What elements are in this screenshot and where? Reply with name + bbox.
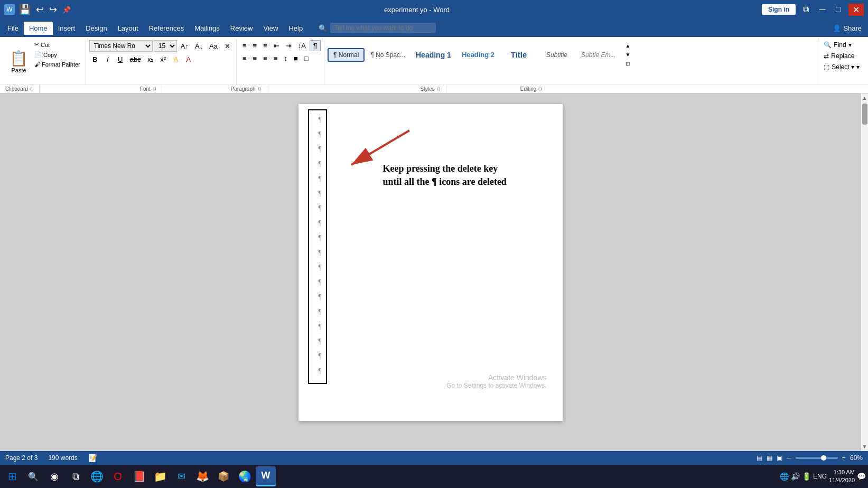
menu-mailings[interactable]: Mailings [189,22,225,35]
bold-button[interactable]: B [89,54,101,64]
font-label[interactable]: Font ⊡ [135,85,162,93]
styles-scroll-down[interactable]: ▼ [622,50,633,59]
font-color-button[interactable]: A [183,54,194,64]
right-scrollbar[interactable]: ▲ ▼ [861,93,868,451]
ribbon-content: 📋 Paste ✂ Cut 📄 Copy 🖌 Format Painter [0,37,868,85]
italic-button[interactable]: I [102,54,114,64]
undo-button[interactable]: ↩ [36,4,44,15]
zoom-slider[interactable] [796,457,838,459]
style-subtle-em[interactable]: Subtle Em... [576,49,620,61]
share-button[interactable]: 👤Share [828,22,866,34]
cut-button[interactable]: ✂ Cut [32,40,82,49]
bullets-button[interactable]: ≡ [240,40,249,51]
font-size-select[interactable]: 15 [154,40,177,52]
style-title[interactable]: Title [500,48,537,62]
cortana-button[interactable]: ◉ [44,466,64,486]
menu-review[interactable]: Review [225,22,258,35]
clear-format-button[interactable]: ✕ [221,41,233,51]
firefox-button[interactable]: 🦊 [192,466,212,486]
format-painter-button[interactable]: 🖌 Format Painter [32,60,82,69]
superscript-button[interactable]: x² [157,54,169,64]
menu-view[interactable]: View [258,22,283,35]
paragraph-label[interactable]: Paragraph ⊡ [226,85,267,93]
explorer-button[interactable]: 📁 [150,466,170,486]
pin-button[interactable]: 📌 [62,6,71,14]
redo-button[interactable]: ↪ [49,4,57,15]
word-taskbar-button[interactable]: W [256,466,276,486]
paste-button[interactable]: 📋 Paste [5,40,32,82]
style-subtitle[interactable]: Subtitle [538,49,575,61]
scroll-thumb[interactable] [862,104,867,125]
clipboard-label[interactable]: Clipboard ⊡ [0,85,40,93]
search-button[interactable]: 🔍 [23,466,43,486]
grow-font-button[interactable]: A↑ [178,41,191,51]
menu-insert[interactable]: Insert [53,22,81,35]
close-button[interactable]: ✕ [848,4,864,16]
sort-button[interactable]: ↕A [295,40,309,51]
minimize-button[interactable]: ─ [816,4,828,15]
para-mark-8: ¶ [319,216,322,231]
font-name-select[interactable]: Times New Ro [89,40,153,52]
zoom-minus-button[interactable]: ─ [787,454,791,462]
borders-button[interactable]: □ [302,53,311,64]
change-case-button[interactable]: Aa [207,41,220,51]
search-input[interactable] [330,23,436,33]
style-normal[interactable]: ¶ Normal [328,48,365,62]
multilevel-button[interactable]: ≡ [260,40,270,51]
opera-button[interactable]: O [108,466,128,486]
box-button[interactable]: 📦 [213,466,234,486]
select-button[interactable]: ⬚ Select ▾ ▾ [820,62,863,72]
justify-button[interactable]: ≡ [271,53,281,64]
style-heading2[interactable]: Heading 2 [457,48,499,61]
zoom-plus-button[interactable]: + [842,454,846,462]
sign-in-button[interactable]: Sign in [762,4,796,15]
proofing-icon[interactable]: 📝 [88,454,97,462]
subscript-button[interactable]: x₂ [145,54,156,64]
mail-button[interactable]: ✉ [171,466,191,486]
line-spacing-button[interactable]: ↕ [281,53,290,64]
notification-icon[interactable]: 💬 [857,472,866,481]
read-mode-button[interactable]: ▤ [757,454,762,462]
decrease-indent-button[interactable]: ⇤ [271,40,282,51]
align-left-button[interactable]: ≡ [240,53,249,64]
menu-file[interactable]: File [2,22,24,35]
styles-expand[interactable]: ⊡ [622,59,633,68]
web-layout-button[interactable]: ▣ [777,454,782,462]
document-area[interactable]: ¶ ¶ ¶ ¶ ¶ ¶ ¶ ¶ ¶ ¶ ¶ ¶ ¶ ¶ ¶ ¶ ¶ [0,93,861,451]
menu-references[interactable]: References [144,22,189,35]
acrobat-button[interactable]: 📕 [129,466,149,486]
editing-label[interactable]: Editing ⊡ [515,85,548,93]
start-button[interactable]: ⊞ [2,466,22,486]
underline-button[interactable]: U [115,54,126,64]
numbering-button[interactable]: ≡ [250,40,260,51]
style-no-spacing[interactable]: ¶ No Spac... [366,49,410,61]
edge-button[interactable]: 🌐 [87,466,107,486]
print-layout-button[interactable]: ▦ [767,454,772,462]
highlight-button[interactable]: A [170,54,182,64]
show-marks-button[interactable]: ¶ [310,40,321,51]
scroll-down-arrow[interactable]: ▼ [861,442,868,451]
task-view-button[interactable]: ⧉ [66,466,86,486]
chrome-button[interactable]: 🌏 [235,466,255,486]
styles-scroll-up[interactable]: ▲ [622,41,633,50]
scroll-up-arrow[interactable]: ▲ [861,93,868,102]
save-button[interactable]: 💾 [19,4,31,15]
align-center-button[interactable]: ≡ [250,53,260,64]
menu-home[interactable]: Home [24,22,53,35]
restore-button[interactable]: ⧉ [800,4,812,15]
menu-layout[interactable]: Layout [113,22,144,35]
find-button[interactable]: 🔍 Find ▾ [820,40,863,50]
styles-label[interactable]: Styles ⊡ [415,85,446,93]
shrink-font-button[interactable]: A↓ [192,41,206,51]
strikethrough-button[interactable]: abc [127,54,144,64]
status-right: ▤ ▦ ▣ ─ + 60% [757,454,863,462]
replace-button[interactable]: ⇄ Replace [820,51,863,61]
menu-design[interactable]: Design [80,22,112,35]
increase-indent-button[interactable]: ⇥ [283,40,294,51]
align-right-button[interactable]: ≡ [260,53,270,64]
style-heading1[interactable]: Heading 1 [411,48,456,62]
copy-button[interactable]: 📄 Copy [32,50,82,59]
maximize-button[interactable]: □ [833,4,844,15]
menu-help[interactable]: Help [283,22,308,35]
shading-button[interactable]: ■ [291,53,301,64]
